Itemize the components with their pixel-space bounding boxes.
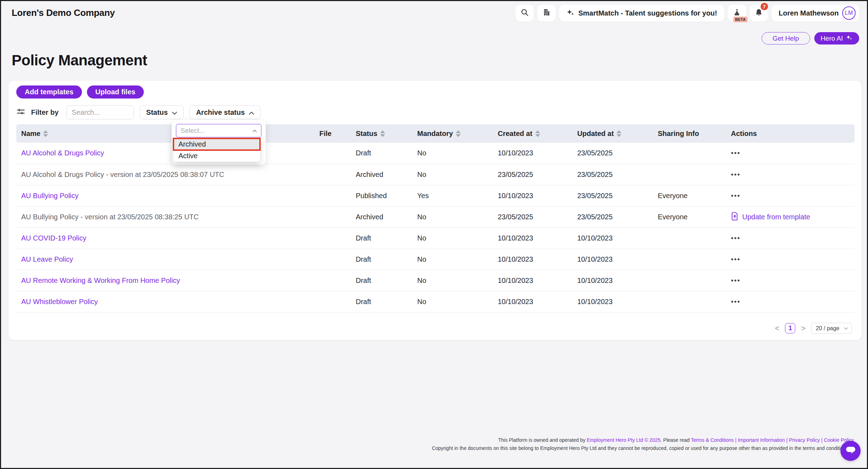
row-actions-menu-button[interactable]: •••: [731, 149, 740, 157]
cell-mandatory: No: [412, 291, 493, 312]
cell-mandatory: No: [412, 249, 493, 270]
column-header-status[interactable]: Status: [351, 124, 412, 143]
footer: This Platform is owned and operated by E…: [432, 436, 854, 452]
cell-actions: •••: [726, 291, 855, 312]
cell-file: [314, 164, 351, 185]
footer-copyright-line: Copyright in the documents on this site …: [432, 444, 854, 452]
row-actions-menu-button[interactable]: •••: [731, 171, 740, 178]
policy-management-screen: Loren's Demo Company: [0, 0, 868, 469]
footer-company-link[interactable]: Employment Hero Pty Ltd © 2025: [587, 437, 661, 443]
notifications-button[interactable]: 7: [750, 5, 768, 22]
archive-status-filter-label: Archive status: [196, 108, 245, 117]
footer-separator: |: [820, 437, 824, 443]
archive-status-option-active[interactable]: Active: [173, 150, 260, 162]
current-page-button[interactable]: 1: [785, 323, 795, 333]
cell-actions: •••: [726, 143, 855, 164]
column-label: Created at: [498, 130, 532, 138]
cell-sharing: [653, 143, 726, 164]
table-row: AU COVID-19 PolicyDraftNo10/10/202310/10…: [16, 227, 855, 249]
labs-button[interactable]: BETA: [728, 5, 746, 22]
column-header-updated[interactable]: Updated at: [572, 124, 653, 143]
column-label: Actions: [731, 130, 757, 138]
chat-widget-button[interactable]: [840, 441, 861, 461]
page-size-select[interactable]: 20 / page: [811, 323, 852, 334]
table-header-row: NameFileStatusMandatoryCreated atUpdated…: [16, 124, 855, 143]
get-help-button[interactable]: Get Help: [762, 32, 810, 44]
sort-icon[interactable]: [43, 130, 48, 137]
column-header-mandatory[interactable]: Mandatory: [412, 124, 493, 143]
hero-ai-button[interactable]: Hero AI: [814, 32, 859, 44]
sparkle-icon: [846, 34, 853, 43]
page-size-label: 20 / page: [816, 325, 839, 332]
policy-name-link[interactable]: AU COVID-19 Policy: [21, 234, 87, 242]
sort-icon[interactable]: [616, 130, 621, 137]
chevron-down-icon: [172, 108, 177, 117]
user-menu[interactable]: Loren Mathewson LM: [772, 5, 859, 22]
status-filter-label: Status: [146, 108, 168, 117]
policy-name-link[interactable]: AU Whistleblower Policy: [21, 298, 98, 305]
table-row: AU Alcohol & Drugs PolicyDraftNo10/10/20…: [16, 143, 855, 164]
cell-file: [314, 143, 351, 164]
policy-name-link[interactable]: AU Alcohol & Drugs Policy: [21, 149, 104, 157]
footer-link-terms-conditions[interactable]: Terms & Conditions: [691, 437, 734, 443]
select-placeholder: Select...: [181, 127, 253, 135]
user-name: Loren Mathewson: [779, 9, 839, 17]
footer-link-privacy-policy[interactable]: Privacy Policy: [789, 437, 820, 443]
update-from-template-label: Update from template: [742, 213, 810, 221]
cell-status: Published: [351, 185, 412, 206]
company-name: Loren's Demo Company: [12, 7, 115, 18]
footer-link-important-information[interactable]: Important Information: [738, 437, 785, 443]
cell-sharing: [653, 291, 726, 312]
column-header-actions: Actions: [726, 124, 855, 143]
column-header-name[interactable]: Name: [16, 124, 314, 143]
column-label: Updated at: [577, 130, 614, 138]
organisation-button[interactable]: [537, 5, 556, 22]
cell-status: Draft: [351, 143, 412, 164]
sort-icon[interactable]: [456, 130, 461, 137]
filter-by-label: Filter by: [31, 108, 59, 117]
cell-name: AU Bullying Policy: [16, 185, 314, 206]
row-actions-menu-button[interactable]: •••: [731, 298, 740, 305]
update-from-template-link[interactable]: Update from template: [731, 212, 810, 222]
row-actions-menu-button[interactable]: •••: [731, 192, 740, 200]
add-templates-button[interactable]: Add templates: [16, 85, 82, 99]
cell-status: Draft: [351, 227, 412, 249]
archive-status-filter-button[interactable]: Archive status: [189, 105, 261, 119]
smartmatch-banner[interactable]: SmartMatch - Talent suggestions for you!: [559, 5, 724, 22]
cell-updated: 10/10/2023: [572, 291, 653, 312]
assist-row: Get Help Hero AI: [762, 32, 859, 44]
prev-page-button[interactable]: <: [774, 325, 780, 332]
search-button[interactable]: [515, 5, 534, 22]
sort-icon[interactable]: [380, 130, 385, 137]
upload-files-button[interactable]: Upload files: [87, 85, 144, 99]
cell-name: AU Alcohol & Drugs Policy - version at 2…: [16, 164, 314, 185]
cell-mandatory: No: [412, 164, 493, 185]
sort-icon[interactable]: [535, 130, 540, 137]
table-row: AU Whistleblower PolicyDraftNo10/10/2023…: [16, 291, 855, 312]
chat-bubble-icon: [845, 445, 856, 457]
archive-status-select-input[interactable]: Select...: [176, 124, 261, 137]
card-buttons: Add templates Upload files: [16, 85, 144, 99]
cell-actions: Update from template: [726, 206, 855, 227]
next-page-button[interactable]: >: [800, 325, 806, 332]
cell-status: Archived: [351, 206, 412, 227]
row-actions-menu-button[interactable]: •••: [731, 255, 740, 263]
cell-created: 10/10/2023: [493, 227, 572, 249]
cell-updated: 10/10/2023: [572, 249, 653, 270]
status-filter-button[interactable]: Status: [140, 105, 184, 119]
policy-name-link[interactable]: AU Bullying Policy: [21, 192, 78, 200]
archive-status-options-menu: ArchivedActive: [173, 138, 260, 162]
cell-name: AU Bullying Policy - version at 23/05/20…: [16, 206, 314, 227]
row-actions-menu-button[interactable]: •••: [731, 234, 740, 242]
archive-status-option-archived[interactable]: Archived: [173, 138, 260, 150]
cell-name: AU Alcohol & Drugs Policy: [16, 143, 314, 164]
policy-name-link[interactable]: AU Remote Working & Working From Home Po…: [21, 277, 180, 284]
column-label: Sharing Info: [658, 130, 699, 138]
cell-actions: •••: [726, 270, 855, 291]
search-input[interactable]: [66, 105, 134, 119]
cell-created: 10/10/2023: [493, 249, 572, 270]
column-header-created[interactable]: Created at: [493, 124, 572, 143]
cell-status: Draft: [351, 270, 412, 291]
row-actions-menu-button[interactable]: •••: [731, 277, 740, 284]
policy-name-link[interactable]: AU Leave Policy: [21, 255, 73, 263]
